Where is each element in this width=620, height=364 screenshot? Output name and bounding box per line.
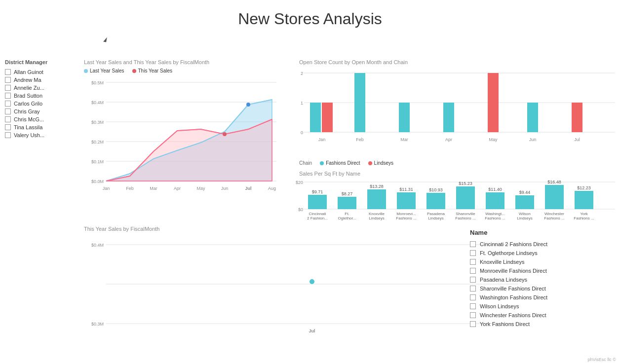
sidebar-checkbox[interactable] — [5, 101, 11, 107]
sidebar-item[interactable]: Andrew Ma — [5, 77, 74, 83]
svg-text:$0.3M: $0.3M — [91, 120, 104, 125]
svg-text:$15.23: $15.23 — [459, 181, 472, 186]
lindseys-legend-dot — [368, 161, 372, 165]
svg-text:$9.71: $9.71 — [312, 189, 323, 194]
legend-panel-item[interactable]: Winchester Fashions Direct — [470, 312, 612, 318]
svg-text:$9.44: $9.44 — [519, 190, 531, 195]
sidebar-item[interactable]: Valery Ush... — [5, 132, 74, 138]
this-year-sales-svg: $0.4M $0.3M Jul — [84, 235, 518, 353]
area-chart-svg: $0.5M $0.4M $0.3M $0.2M $0.1M $0.0M Ja — [84, 77, 276, 196]
legend-panel-item[interactable]: York Fashions Direct — [470, 321, 612, 327]
legend-panel-item[interactable]: Pasadena Lindseys — [470, 277, 612, 283]
svg-rect-71 — [486, 192, 504, 209]
svg-text:Sharonville: Sharonville — [456, 212, 475, 216]
lindseys-legend-item: Lindseys — [368, 160, 393, 166]
sidebar-label: Carlos Grilo — [14, 101, 42, 107]
svg-rect-63 — [426, 193, 445, 209]
this-year-label: This Year Sales — [138, 68, 173, 73]
svg-text:Cincinnati: Cincinnati — [309, 212, 326, 216]
sidebar: District Manager Allan GuinotAndrew MaAn… — [0, 54, 79, 145]
svg-rect-79 — [545, 185, 564, 209]
dot-blue-jul — [246, 103, 250, 107]
legend-panel: Name Cincinnati 2 Fashions DirectFt. Ogl… — [462, 221, 620, 364]
sidebar-item[interactable]: Chris Gray — [5, 109, 74, 114]
legend-checkbox[interactable] — [470, 286, 476, 291]
svg-text:$12.23: $12.23 — [577, 185, 591, 190]
legend-checkbox[interactable] — [470, 303, 476, 309]
legend-panel-item[interactable]: Cincinnati 2 Fashions Direct — [470, 241, 612, 247]
chain-label: Chain — [299, 160, 312, 166]
sidebar-item[interactable]: Carlos Grilo — [5, 101, 74, 107]
legend-item-label: Knoxville Lindseys — [480, 259, 525, 265]
svg-text:Washingt...: Washingt... — [485, 212, 505, 216]
svg-text:$11.40: $11.40 — [488, 187, 502, 192]
svg-text:Aug: Aug — [268, 186, 276, 191]
legend-checkbox[interactable] — [470, 312, 476, 318]
svg-rect-33 — [488, 73, 499, 132]
sidebar-label: Chris Gray — [14, 109, 40, 114]
dot-this-year-jul — [310, 279, 314, 284]
svg-rect-29 — [322, 103, 333, 132]
legend-item-label: Winchester Fashions Direct — [480, 312, 546, 318]
chart-bl-title: This Year Sales by FiscalMonth — [84, 226, 528, 232]
open-store-chart-svg: 2 1 0 Jan Feb — [299, 68, 615, 157]
svg-text:$0.0M: $0.0M — [91, 179, 104, 184]
svg-text:Feb: Feb — [126, 186, 134, 191]
legend-item-label: Pasadena Lindseys — [480, 277, 527, 283]
sidebar-checkbox[interactable] — [5, 109, 11, 114]
legend-checkbox[interactable] — [470, 321, 476, 327]
legend-checkbox[interactable] — [470, 250, 476, 256]
lindseys-legend-label: Lindseys — [374, 160, 393, 166]
legend-panel-item[interactable]: Knoxville Lindseys — [470, 259, 612, 265]
svg-text:Lindseys: Lindseys — [428, 216, 444, 220]
sidebar-item[interactable]: Brad Sutton — [5, 93, 74, 99]
sidebar-checkbox[interactable] — [5, 85, 11, 91]
legend-panel-item[interactable]: Sharonville Fashions Direct — [470, 286, 612, 291]
svg-text:Knoxville: Knoxville — [369, 212, 385, 216]
legend-checkbox[interactable] — [470, 294, 476, 300]
legend-panel-item[interactable]: Wilson Lindseys — [470, 303, 612, 309]
svg-rect-51 — [338, 197, 356, 209]
sidebar-checkbox[interactable] — [5, 116, 11, 122]
legend-panel-item[interactable]: Ft. Oglethorpe Lindseys — [470, 250, 612, 256]
svg-text:Jan: Jan — [103, 186, 110, 191]
svg-text:Jul: Jul — [574, 137, 580, 142]
svg-rect-30 — [354, 73, 365, 132]
legend-checkbox[interactable] — [470, 268, 476, 274]
sidebar-checkbox[interactable] — [5, 124, 11, 130]
svg-text:Fashions ...: Fashions ... — [574, 216, 594, 220]
chain-legend: Chain Fashions Direct Lindseys — [299, 160, 615, 166]
sidebar-label: Brad Sutton — [14, 93, 42, 99]
svg-rect-34 — [527, 103, 538, 132]
sidebar-item[interactable]: Tina Lassila — [5, 124, 74, 130]
sidebar-item[interactable]: Allan Guinot — [5, 69, 74, 75]
legend-panel-item[interactable]: Monroeville Fashions Direct — [470, 268, 612, 274]
sidebar-item[interactable]: Chris McG... — [5, 116, 74, 122]
svg-rect-67 — [456, 186, 475, 209]
legend-checkbox[interactable] — [470, 241, 476, 247]
sidebar-checkbox[interactable] — [5, 69, 11, 75]
svg-text:$0.4M: $0.4M — [91, 100, 104, 105]
main-content: Last Year Sales and This Year Sales by F… — [79, 54, 620, 364]
svg-text:$0: $0 — [298, 207, 303, 212]
legend-checkbox[interactable] — [470, 277, 476, 283]
sidebar-item[interactable]: Annelie Zu... — [5, 85, 74, 91]
svg-text:Jun: Jun — [221, 186, 229, 191]
sidebar-title: District Manager — [5, 59, 74, 65]
legend-this-year: This Year Sales — [132, 68, 173, 73]
sidebar-checkbox[interactable] — [5, 132, 11, 138]
sidebar-checkbox[interactable] — [5, 77, 11, 83]
svg-rect-32 — [443, 103, 454, 132]
legend-panel-item[interactable]: Washington Fashions Direct — [470, 294, 612, 300]
sidebar-checkbox[interactable] — [5, 93, 11, 99]
svg-text:Wilson: Wilson — [519, 212, 531, 216]
legend-checkbox[interactable] — [470, 259, 476, 265]
svg-text:Fashions ...: Fashions ... — [485, 216, 505, 220]
svg-rect-75 — [515, 195, 534, 209]
dot-red-jun — [223, 132, 227, 136]
svg-rect-31 — [399, 103, 410, 132]
svg-text:$11.31: $11.31 — [399, 187, 413, 192]
svg-text:Ft.: Ft. — [345, 212, 349, 216]
svg-rect-59 — [397, 192, 416, 209]
sidebar-label: Chris McG... — [14, 116, 44, 122]
